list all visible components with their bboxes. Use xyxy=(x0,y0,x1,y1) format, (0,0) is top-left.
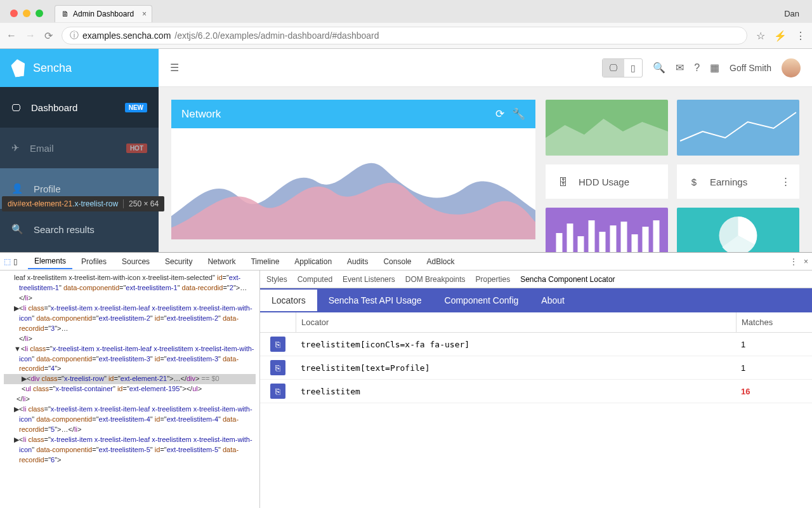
database-icon: 🗄 xyxy=(554,173,571,190)
tab-dom-breakpoints[interactable]: DOM Breakpoints xyxy=(405,275,466,284)
styles-panel: Styles Computed Event Listeners DOM Brea… xyxy=(260,271,812,508)
profile-name[interactable]: Dan xyxy=(784,9,807,18)
col-locator[interactable]: Locator xyxy=(296,312,736,332)
sidebar: Sencha 🖵 Dashboard NEW ✈ Email HOT 👤 Pro… xyxy=(0,49,159,252)
sidebar-item-email[interactable]: ✈ Email HOT xyxy=(0,128,159,168)
wrench-icon[interactable]: 🔧 xyxy=(512,107,525,121)
tab-security[interactable]: Security xyxy=(159,255,199,269)
maximize-window[interactable] xyxy=(36,10,43,17)
copy-icon[interactable]: ⎘ xyxy=(270,384,285,399)
page-icon: 🗎 xyxy=(62,10,69,18)
desktop-icon: 🖵 xyxy=(11,102,21,113)
grid-icon[interactable]: ▦ xyxy=(710,62,719,74)
help-icon[interactable]: ? xyxy=(694,62,700,74)
tab-locators[interactable]: Locators xyxy=(260,290,317,311)
browser-chrome: 🗎 Admin Dashboard × Dan ← → ⟳ ⓘ examples… xyxy=(0,0,812,49)
hot-badge: HOT xyxy=(126,144,147,153)
mini-card-purple[interactable] xyxy=(546,208,668,252)
svg-rect-1 xyxy=(567,224,573,252)
search-icon: 🔍 xyxy=(11,224,23,235)
tab-api-usage[interactable]: Sencha Test API Usage xyxy=(317,290,433,311)
close-window[interactable] xyxy=(10,10,18,17)
brand[interactable]: Sencha xyxy=(0,49,159,87)
new-badge: NEW xyxy=(125,103,147,112)
sidebar-item-label: Profile xyxy=(34,184,61,194)
tab-component-config[interactable]: Component Config xyxy=(433,290,530,311)
tab-adblock[interactable]: AdBlock xyxy=(420,255,461,269)
dom-tree[interactable]: leaf x-treelistitem x-treelist-item-with… xyxy=(0,271,260,508)
tab-about[interactable]: About xyxy=(530,290,576,311)
device-icon[interactable]: ▯ xyxy=(13,257,18,266)
network-panel: Network ⟳ 🔧 xyxy=(171,100,535,239)
col-matches[interactable]: Matches xyxy=(736,312,812,332)
search-icon[interactable]: 🔍 xyxy=(653,62,665,74)
mini-card-teal[interactable] xyxy=(677,208,799,252)
table-header: Locator Matches xyxy=(260,312,812,333)
close-tab-icon[interactable]: × xyxy=(142,10,147,18)
tab-event-listeners[interactable]: Event Listeners xyxy=(343,275,395,284)
main-content: ☰ 🖵 ▯ 🔍 ✉ ? ▦ Goff Smith Network ⟳ 🔧 xyxy=(159,49,812,252)
svg-rect-5 xyxy=(610,225,617,252)
svg-rect-7 xyxy=(632,234,638,252)
minimize-window[interactable] xyxy=(23,10,30,17)
bookmark-icon[interactable]: ☆ xyxy=(756,30,765,42)
tab-elements[interactable]: Elements xyxy=(28,254,72,269)
devtools-tabs: ⬚ ▯ Elements Profiles Sources Security N… xyxy=(0,253,812,271)
hdd-usage-card[interactable]: 🗄 HDD Usage xyxy=(546,164,668,199)
locator-tabs: Locators Sencha Test API Usage Component… xyxy=(260,288,812,312)
table-row[interactable]: ⎘ treelistitem[text=Profile] 1 xyxy=(260,356,812,380)
browser-tab[interactable]: 🗎 Admin Dashboard × xyxy=(55,5,152,22)
menu-toggle-icon[interactable]: ☰ xyxy=(170,62,179,74)
tab-profiles[interactable]: Profiles xyxy=(75,255,113,269)
back-icon[interactable]: ← xyxy=(6,30,16,41)
table-row[interactable]: ⎘ treelistitem[iconCls=x-fa fa-user] 1 xyxy=(260,333,812,356)
tab-timeline[interactable]: Timeline xyxy=(244,255,285,269)
tab-audits[interactable]: Audits xyxy=(341,255,374,269)
mini-card-blue[interactable] xyxy=(677,100,799,156)
tab-properties[interactable]: Properties xyxy=(475,275,510,284)
copy-icon[interactable]: ⎘ xyxy=(270,337,285,352)
forward-icon[interactable]: → xyxy=(25,30,36,41)
svg-rect-3 xyxy=(589,220,595,252)
earnings-card[interactable]: $ Earnings ⋮ xyxy=(677,164,799,199)
refresh-icon[interactable]: ⟳ xyxy=(495,107,504,121)
tab-console[interactable]: Console xyxy=(377,255,417,269)
stat-label: Earnings xyxy=(710,177,747,187)
extension-icon[interactable]: ⚡ xyxy=(774,30,787,42)
avatar[interactable] xyxy=(782,58,801,77)
svg-rect-0 xyxy=(556,233,563,252)
tab-sources[interactable]: Sources xyxy=(115,255,156,269)
site-info-icon[interactable]: ⓘ xyxy=(70,30,79,41)
sidebar-item-label: Search results xyxy=(34,224,95,235)
tab-sencha-locator[interactable]: Sencha Component Locator xyxy=(520,275,615,284)
device-toggle: 🖵 ▯ xyxy=(602,58,643,77)
svg-rect-8 xyxy=(643,227,649,252)
window-controls xyxy=(5,10,48,17)
sidebar-item-dashboard[interactable]: 🖵 Dashboard NEW xyxy=(0,87,159,128)
svg-rect-2 xyxy=(578,236,584,252)
tablet-toggle[interactable]: ▯ xyxy=(624,59,642,77)
stat-label: HDD Usage xyxy=(579,177,629,187)
devtools-menu-icon[interactable]: ⋮ xyxy=(790,257,797,266)
sidebar-item-search[interactable]: 🔍 Search results xyxy=(0,209,159,250)
tab-computed[interactable]: Computed xyxy=(298,275,332,284)
devtools: ⬚ ▯ Elements Profiles Sources Security N… xyxy=(0,252,812,508)
tab-styles[interactable]: Styles xyxy=(266,275,287,284)
desktop-toggle[interactable]: 🖵 xyxy=(603,59,624,77)
address-bar[interactable]: ⓘ examples.sencha.com/extjs/6.2.0/exampl… xyxy=(62,27,747,44)
menu-icon[interactable]: ⋮ xyxy=(796,30,806,42)
table-row[interactable]: ⎘ treelistitem 16 xyxy=(260,380,812,403)
sidebar-item-label: Dashboard xyxy=(31,102,77,113)
mail-icon[interactable]: ✉ xyxy=(676,62,684,74)
more-icon[interactable]: ⋮ xyxy=(781,176,790,187)
inspect-tooltip: div#ext-element-21.x-treelist-row 250 × … xyxy=(2,196,164,211)
svg-rect-4 xyxy=(599,232,606,252)
tab-application[interactable]: Application xyxy=(288,255,338,269)
tab-network[interactable]: Network xyxy=(201,255,242,269)
copy-icon[interactable]: ⎘ xyxy=(270,360,285,375)
inspect-icon[interactable]: ⬚ xyxy=(4,257,11,266)
devtools-close-icon[interactable]: × xyxy=(804,257,808,266)
mini-card-green[interactable] xyxy=(546,100,668,156)
url-host: examples.sencha.com xyxy=(82,30,171,41)
reload-icon[interactable]: ⟳ xyxy=(44,30,53,42)
